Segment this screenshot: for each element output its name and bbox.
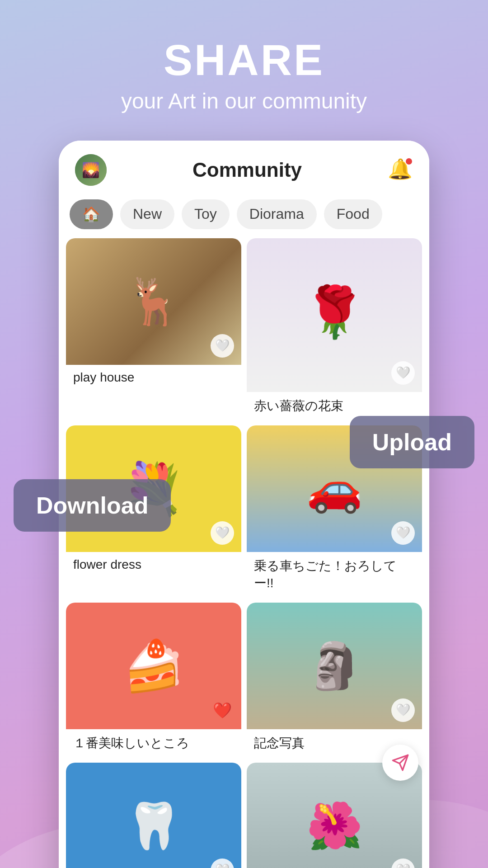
heart-button-roses[interactable]: 🤍 xyxy=(391,361,415,385)
playhouse-label: play house xyxy=(66,365,241,390)
heart-button-car[interactable]: 🤍 xyxy=(391,521,415,545)
share-fab-button[interactable] xyxy=(382,745,418,781)
playhouse-image: 🤍 xyxy=(66,238,241,365)
content-grid: 🤍 play house 🤍 赤い薔薇の花束 🤍 flower dress 🤍 … xyxy=(59,238,429,868)
heart-button-darkrose[interactable]: 🤍 xyxy=(391,859,415,868)
cake-label: １番美味しいところ xyxy=(66,729,241,757)
grid-item-figure[interactable]: 🤍 記念写真 xyxy=(247,603,422,757)
avatar-image xyxy=(75,154,107,186)
notification-button[interactable]: 🔔 xyxy=(388,157,413,183)
app-header: Community 🔔 xyxy=(59,141,429,195)
hero-section: SHARE your Art in our community xyxy=(121,36,367,113)
car-label: 乗る車ちごた！おろしてー!! xyxy=(247,552,422,597)
download-badge: Download xyxy=(14,479,171,532)
heart-button-figure[interactable]: 🤍 xyxy=(391,698,415,722)
hero-title: SHARE xyxy=(121,36,367,84)
flower-dress-label: flower dress xyxy=(66,552,241,577)
hero-subtitle: your Art in our community xyxy=(121,89,367,113)
category-tabs: 🏠 New Toy Diorama Food xyxy=(59,195,429,238)
heart-button-playhouse[interactable]: 🤍 xyxy=(211,334,234,358)
cake-image: ❤️ xyxy=(66,603,241,729)
heart-button-cake[interactable]: ❤️ xyxy=(211,698,234,722)
tab-home[interactable]: 🏠 xyxy=(70,199,113,229)
upload-badge: Upload xyxy=(350,416,474,468)
roses-image: 🤍 xyxy=(247,238,422,392)
grid-item-playhouse[interactable]: 🤍 play house xyxy=(66,238,241,420)
grid-item-horn[interactable]: 🤍 xyxy=(66,763,241,868)
tab-food[interactable]: Food xyxy=(324,199,382,229)
tab-new[interactable]: New xyxy=(120,199,174,229)
tab-toy[interactable]: Toy xyxy=(182,199,230,229)
avatar[interactable] xyxy=(75,154,107,186)
tab-diorama[interactable]: Diorama xyxy=(237,199,317,229)
heart-button-horn[interactable]: 🤍 xyxy=(211,859,234,868)
heart-button-flower-dress[interactable]: 🤍 xyxy=(211,521,234,545)
grid-item-roses[interactable]: 🤍 赤い薔薇の花束 xyxy=(247,238,422,420)
app-title: Community xyxy=(192,159,302,181)
grid-item-cake[interactable]: ❤️ １番美味しいところ xyxy=(66,603,241,757)
horn-image: 🤍 xyxy=(66,763,241,868)
notification-badge xyxy=(405,157,413,165)
figure-image: 🤍 xyxy=(247,603,422,729)
